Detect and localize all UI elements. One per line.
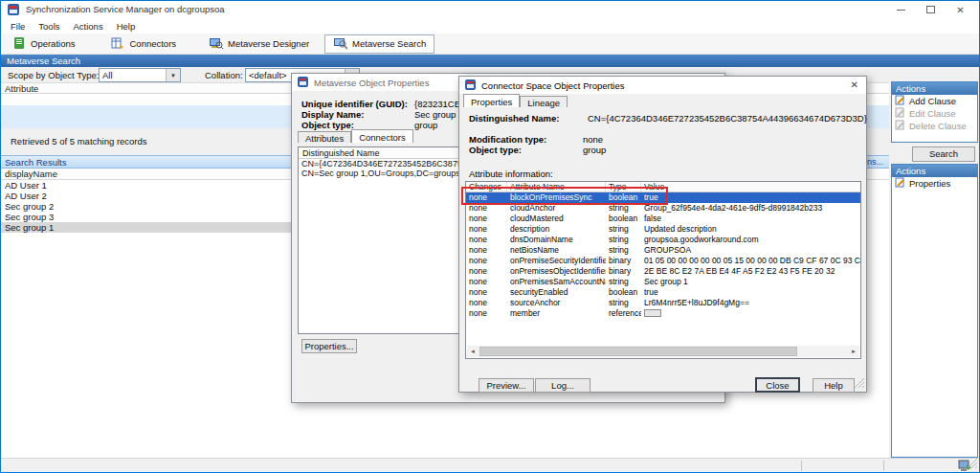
- truncated-link-text: ns...: [867, 157, 883, 167]
- window-title: Synchronization Service Manager on dcgro…: [26, 4, 225, 14]
- table-row[interactable]: none onPremisesSamAccountName string Sec…: [466, 277, 860, 287]
- close-button[interactable]: ✕: [946, 1, 975, 18]
- search-button[interactable]: Search: [912, 146, 975, 162]
- object-type-value: group: [414, 120, 437, 130]
- metaverse-designer-icon: [209, 36, 223, 52]
- properties-button[interactable]: Properties...: [301, 339, 357, 353]
- toolbar-button-metaverse-designer[interactable]: Metaverse Designer: [201, 34, 317, 54]
- dialog-tabs: Attributes Connectors: [298, 129, 413, 143]
- scope-label: Scope by Object Type:: [8, 70, 99, 80]
- help-button[interactable]: Help: [813, 378, 855, 393]
- menu-item-help[interactable]: Help: [110, 20, 143, 33]
- maximize-button[interactable]: [916, 1, 946, 18]
- scroll-left-icon[interactable]: ◄: [467, 346, 479, 357]
- actions-panel-title: Actions: [892, 82, 977, 95]
- scrollbar-thumb[interactable]: [479, 347, 797, 356]
- tab-lineage[interactable]: Lineage: [520, 96, 568, 107]
- note-pencil-icon: [895, 120, 905, 132]
- table-row[interactable]: none sourceAnchor string Lr6M4nrr5E+l8uJ…: [466, 298, 860, 308]
- retrieved-text: Retrieved 5 of 5 matching records: [11, 136, 147, 146]
- dialog-icon: [298, 77, 308, 89]
- metaverse-search-icon: [333, 36, 347, 52]
- distinguished-name-value: CN={4C72364D346E727235452B6C38754A443966…: [588, 113, 867, 124]
- note-pencil-icon: [895, 177, 905, 190]
- scope-combobox[interactable]: All ▼: [99, 68, 181, 82]
- attribute-information-label: Attribute information:: [469, 169, 553, 179]
- dialog-icon: [465, 79, 476, 92]
- preview-button[interactable]: Preview...: [479, 378, 534, 393]
- statusbar-divider: [801, 461, 802, 471]
- modification-type-value: none: [583, 134, 603, 145]
- metaverse-search-section-header: Metaverse Search: [1, 55, 979, 67]
- dialog-title-bar: Connector Space Object Properties ✕: [459, 77, 866, 94]
- close-dialog-button[interactable]: Close: [755, 377, 800, 393]
- menu-item-tools[interactable]: Tools: [32, 20, 66, 33]
- app-window: Synchronization Service Manager on dcgro…: [0, 0, 980, 473]
- collation-label: Collation:: [205, 70, 243, 80]
- highlight-annotation: [461, 187, 668, 205]
- add-clause-button[interactable]: Add Clause: [892, 95, 977, 107]
- modification-type-label: Modification type:: [469, 134, 546, 145]
- horizontal-scrollbar[interactable]: ◄ ►: [467, 346, 859, 357]
- actions-panel-top: Actions Add Clause Edit Clause Delete Cl…: [891, 81, 978, 143]
- minimize-button[interactable]: [886, 1, 916, 18]
- menu-item-file[interactable]: File: [4, 20, 32, 33]
- title-bar: Synchronization Service Manager on dcgro…: [1, 1, 979, 18]
- connectors-icon: [111, 36, 124, 52]
- tab-connectors[interactable]: Connectors: [351, 129, 413, 143]
- member-value-button[interactable]: [644, 309, 661, 317]
- toolbar-button-connectors[interactable]: Connectors: [103, 34, 184, 54]
- dialog-resize-grip[interactable]: [855, 378, 864, 390]
- table-row[interactable]: none onPremisesObjectIdentifier binary 2…: [466, 266, 860, 277]
- attribute-table: Changes Attribute Name Type Value none b…: [465, 181, 861, 359]
- table-row[interactable]: none member reference: [466, 308, 860, 319]
- connector-space-object-properties-dialog: Connector Space Object Properties ✕ Prop…: [458, 76, 867, 393]
- tool-bar: Operations Connectors Metaverse Designer…: [1, 34, 979, 55]
- log-button[interactable]: Log...: [535, 378, 590, 393]
- object-type-value: group: [583, 145, 606, 155]
- window-controls: ✕: [886, 1, 975, 18]
- properties-action-button[interactable]: Properties: [892, 177, 977, 190]
- toolbar-button-metaverse-search[interactable]: Metaverse Search: [324, 34, 434, 54]
- statusbar-divider: [883, 461, 884, 471]
- delete-clause-button: Delete Clause: [892, 120, 977, 132]
- dialog-close-icon[interactable]: ✕: [851, 79, 858, 90]
- actions-panel-bottom: Actions Properties: [891, 164, 978, 458]
- object-type-label: Object type:: [469, 145, 522, 155]
- tab-properties[interactable]: Properties: [463, 94, 520, 107]
- scroll-right-icon[interactable]: ►: [848, 346, 859, 357]
- guid-label: Unique identifier (GUID):: [301, 99, 408, 109]
- table-row[interactable]: none cloudMastered boolean false: [466, 214, 860, 224]
- column-header-value[interactable]: Value: [641, 182, 860, 191]
- dialog-tabs: Properties Lineage: [463, 94, 568, 107]
- status-bar: [1, 458, 979, 473]
- display-name-value: Sec group 1: [414, 109, 463, 120]
- menu-item-actions[interactable]: Actions: [67, 20, 110, 33]
- toolbar-button-operations[interactable]: Operations: [5, 34, 82, 54]
- window-resize-grip[interactable]: [968, 459, 977, 470]
- table-row[interactable]: none netBiosName string GROUPSOA: [466, 245, 860, 256]
- table-row[interactable]: none dnsDomainName string groupsoa.goodw…: [466, 235, 860, 245]
- actions-panel-title: Actions: [892, 165, 977, 177]
- app-icon: [8, 4, 19, 15]
- column-header-attribute[interactable]: Attribute: [1, 83, 338, 93]
- display-name-label: Display Name:: [301, 109, 364, 120]
- chevron-down-icon: ▼: [166, 69, 180, 81]
- operations-icon: [12, 36, 26, 52]
- distinguished-name-label: Distinguished Name:: [469, 113, 560, 124]
- tab-attributes[interactable]: Attributes: [298, 131, 351, 143]
- note-pencil-icon: [895, 95, 905, 107]
- table-row[interactable]: none securityEnabled boolean true: [466, 287, 860, 298]
- table-row[interactable]: none onPremiseSecurityIdentifier binary …: [466, 256, 860, 266]
- note-pencil-icon: [895, 107, 905, 120]
- menu-bar: File Tools Actions Help: [1, 18, 979, 34]
- table-row[interactable]: none description string Updated descript…: [466, 224, 860, 235]
- edit-clause-button: Edit Clause: [892, 107, 977, 120]
